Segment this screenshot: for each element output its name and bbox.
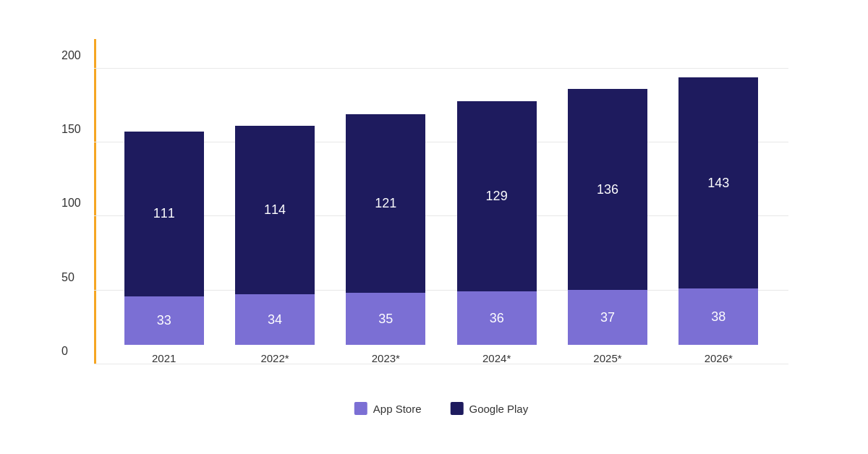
bar-app-store: 34 <box>235 294 315 345</box>
bar-google-play: 114 <box>235 126 315 294</box>
x-axis-label: 2022* <box>260 352 289 364</box>
chart-container: 050100150200 111332021114342022*12135202… <box>36 17 832 437</box>
legend-item-googlePlay: Google Play <box>451 402 529 415</box>
legend: App StoreGoogle Play <box>354 402 528 415</box>
bar-app-store: 35 <box>346 293 425 345</box>
bar-google-play: 143 <box>678 77 758 289</box>
x-axis-label: 2026* <box>705 352 733 364</box>
bars-container: 111332021114342022*121352023*129362024*1… <box>94 39 788 364</box>
bar-group: 129362024* <box>457 101 537 364</box>
legend-item-appStore: App Store <box>354 402 422 415</box>
x-axis-label: 2024* <box>482 352 511 364</box>
legend-label-googlePlay: Google Play <box>469 403 529 415</box>
bar-google-play: 129 <box>457 101 537 292</box>
bar-stack: 11133 <box>124 132 204 345</box>
x-axis-label: 2023* <box>372 352 400 364</box>
bar-stack: 14338 <box>678 77 758 345</box>
bar-group: 111332021 <box>124 132 204 364</box>
bar-group: 121352023* <box>346 114 425 364</box>
bar-group: 143382026* <box>678 77 758 364</box>
bar-google-play: 136 <box>568 89 647 290</box>
legend-swatch-googlePlay <box>451 402 464 415</box>
legend-label-appStore: App Store <box>373 403 422 415</box>
bar-stack: 11434 <box>235 126 315 345</box>
x-axis-label: 2021 <box>152 352 176 364</box>
bar-stack: 13637 <box>568 89 647 345</box>
y-axis-label: 0 <box>61 345 68 358</box>
y-axis-label: 150 <box>61 123 81 136</box>
bar-group: 136372025* <box>568 89 647 364</box>
bar-google-play: 111 <box>124 132 204 296</box>
bar-app-store: 36 <box>457 291 537 345</box>
y-axis-label: 100 <box>61 197 81 210</box>
y-axis-label: 200 <box>61 49 81 62</box>
bar-stack: 12936 <box>457 101 537 345</box>
x-axis-label: 2025* <box>593 352 621 364</box>
bar-app-store: 38 <box>678 288 758 345</box>
bar-google-play: 121 <box>346 114 425 294</box>
bar-app-store: 37 <box>568 290 647 345</box>
legend-swatch-appStore <box>354 402 367 415</box>
bottom-axis <box>94 364 788 364</box>
bar-group: 114342022* <box>235 126 315 364</box>
bar-stack: 12135 <box>346 114 425 345</box>
bar-app-store: 33 <box>124 296 204 346</box>
chart-area: 050100150200 111332021114342022*12135202… <box>94 39 788 364</box>
y-axis-label: 50 <box>61 271 75 284</box>
